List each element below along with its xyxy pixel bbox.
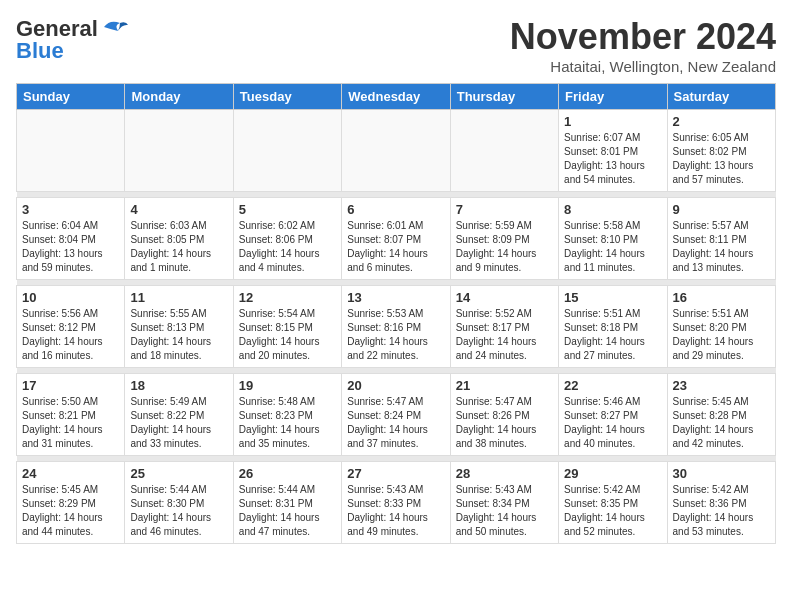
day-number: 19 [239, 378, 336, 393]
table-row: 13Sunrise: 5:53 AM Sunset: 8:16 PM Dayli… [342, 286, 450, 368]
day-number: 14 [456, 290, 553, 305]
table-row: 3Sunrise: 6:04 AM Sunset: 8:04 PM Daylig… [17, 198, 125, 280]
day-info: Sunrise: 5:45 AM Sunset: 8:28 PM Dayligh… [673, 395, 770, 451]
day-info: Sunrise: 6:04 AM Sunset: 8:04 PM Dayligh… [22, 219, 119, 275]
table-row: 21Sunrise: 5:47 AM Sunset: 8:26 PM Dayli… [450, 374, 558, 456]
calendar-week-row: 17Sunrise: 5:50 AM Sunset: 8:21 PM Dayli… [17, 374, 776, 456]
day-number: 18 [130, 378, 227, 393]
table-row: 22Sunrise: 5:46 AM Sunset: 8:27 PM Dayli… [559, 374, 667, 456]
table-row: 27Sunrise: 5:43 AM Sunset: 8:33 PM Dayli… [342, 462, 450, 544]
day-number: 4 [130, 202, 227, 217]
day-number: 28 [456, 466, 553, 481]
table-row [125, 110, 233, 192]
day-info: Sunrise: 5:44 AM Sunset: 8:31 PM Dayligh… [239, 483, 336, 539]
table-row: 16Sunrise: 5:51 AM Sunset: 8:20 PM Dayli… [667, 286, 775, 368]
table-row: 20Sunrise: 5:47 AM Sunset: 8:24 PM Dayli… [342, 374, 450, 456]
table-row: 5Sunrise: 6:02 AM Sunset: 8:06 PM Daylig… [233, 198, 341, 280]
day-number: 13 [347, 290, 444, 305]
location: Hataitai, Wellington, New Zealand [510, 58, 776, 75]
day-number: 29 [564, 466, 661, 481]
day-number: 7 [456, 202, 553, 217]
day-info: Sunrise: 5:48 AM Sunset: 8:23 PM Dayligh… [239, 395, 336, 451]
day-info: Sunrise: 5:49 AM Sunset: 8:22 PM Dayligh… [130, 395, 227, 451]
day-info: Sunrise: 5:55 AM Sunset: 8:13 PM Dayligh… [130, 307, 227, 363]
table-row: 12Sunrise: 5:54 AM Sunset: 8:15 PM Dayli… [233, 286, 341, 368]
header-wednesday: Wednesday [342, 84, 450, 110]
day-info: Sunrise: 5:42 AM Sunset: 8:36 PM Dayligh… [673, 483, 770, 539]
day-number: 22 [564, 378, 661, 393]
calendar-week-row: 3Sunrise: 6:04 AM Sunset: 8:04 PM Daylig… [17, 198, 776, 280]
month-title: November 2024 [510, 16, 776, 58]
day-number: 12 [239, 290, 336, 305]
table-row: 26Sunrise: 5:44 AM Sunset: 8:31 PM Dayli… [233, 462, 341, 544]
table-row [450, 110, 558, 192]
day-number: 15 [564, 290, 661, 305]
day-info: Sunrise: 5:47 AM Sunset: 8:26 PM Dayligh… [456, 395, 553, 451]
day-number: 9 [673, 202, 770, 217]
day-info: Sunrise: 6:07 AM Sunset: 8:01 PM Dayligh… [564, 131, 661, 187]
table-row: 30Sunrise: 5:42 AM Sunset: 8:36 PM Dayli… [667, 462, 775, 544]
header-saturday: Saturday [667, 84, 775, 110]
day-info: Sunrise: 5:53 AM Sunset: 8:16 PM Dayligh… [347, 307, 444, 363]
day-info: Sunrise: 5:43 AM Sunset: 8:33 PM Dayligh… [347, 483, 444, 539]
calendar-week-row: 10Sunrise: 5:56 AM Sunset: 8:12 PM Dayli… [17, 286, 776, 368]
table-row [17, 110, 125, 192]
header-friday: Friday [559, 84, 667, 110]
day-info: Sunrise: 5:57 AM Sunset: 8:11 PM Dayligh… [673, 219, 770, 275]
day-number: 27 [347, 466, 444, 481]
table-row: 17Sunrise: 5:50 AM Sunset: 8:21 PM Dayli… [17, 374, 125, 456]
table-row: 19Sunrise: 5:48 AM Sunset: 8:23 PM Dayli… [233, 374, 341, 456]
day-number: 23 [673, 378, 770, 393]
table-row: 4Sunrise: 6:03 AM Sunset: 8:05 PM Daylig… [125, 198, 233, 280]
table-row: 1Sunrise: 6:07 AM Sunset: 8:01 PM Daylig… [559, 110, 667, 192]
table-row: 9Sunrise: 5:57 AM Sunset: 8:11 PM Daylig… [667, 198, 775, 280]
day-info: Sunrise: 5:56 AM Sunset: 8:12 PM Dayligh… [22, 307, 119, 363]
day-info: Sunrise: 5:50 AM Sunset: 8:21 PM Dayligh… [22, 395, 119, 451]
page-wrapper: General Blue November 2024 Hataitai, Wel… [16, 16, 776, 544]
day-number: 2 [673, 114, 770, 129]
day-number: 17 [22, 378, 119, 393]
day-number: 16 [673, 290, 770, 305]
day-info: Sunrise: 6:02 AM Sunset: 8:06 PM Dayligh… [239, 219, 336, 275]
day-info: Sunrise: 5:45 AM Sunset: 8:29 PM Dayligh… [22, 483, 119, 539]
day-number: 30 [673, 466, 770, 481]
calendar-table: Sunday Monday Tuesday Wednesday Thursday… [16, 83, 776, 544]
logo-bird-icon [100, 17, 128, 37]
day-number: 10 [22, 290, 119, 305]
table-row: 10Sunrise: 5:56 AM Sunset: 8:12 PM Dayli… [17, 286, 125, 368]
day-number: 3 [22, 202, 119, 217]
header-monday: Monday [125, 84, 233, 110]
day-info: Sunrise: 5:59 AM Sunset: 8:09 PM Dayligh… [456, 219, 553, 275]
table-row: 7Sunrise: 5:59 AM Sunset: 8:09 PM Daylig… [450, 198, 558, 280]
table-row: 15Sunrise: 5:51 AM Sunset: 8:18 PM Dayli… [559, 286, 667, 368]
calendar-week-row: 24Sunrise: 5:45 AM Sunset: 8:29 PM Dayli… [17, 462, 776, 544]
day-info: Sunrise: 5:52 AM Sunset: 8:17 PM Dayligh… [456, 307, 553, 363]
header-tuesday: Tuesday [233, 84, 341, 110]
header-sunday: Sunday [17, 84, 125, 110]
day-info: Sunrise: 5:58 AM Sunset: 8:10 PM Dayligh… [564, 219, 661, 275]
table-row [342, 110, 450, 192]
day-info: Sunrise: 5:43 AM Sunset: 8:34 PM Dayligh… [456, 483, 553, 539]
table-row: 23Sunrise: 5:45 AM Sunset: 8:28 PM Dayli… [667, 374, 775, 456]
day-number: 8 [564, 202, 661, 217]
table-row: 28Sunrise: 5:43 AM Sunset: 8:34 PM Dayli… [450, 462, 558, 544]
day-info: Sunrise: 5:51 AM Sunset: 8:18 PM Dayligh… [564, 307, 661, 363]
day-number: 21 [456, 378, 553, 393]
logo-blue: Blue [16, 38, 64, 64]
day-info: Sunrise: 5:51 AM Sunset: 8:20 PM Dayligh… [673, 307, 770, 363]
table-row: 8Sunrise: 5:58 AM Sunset: 8:10 PM Daylig… [559, 198, 667, 280]
day-number: 1 [564, 114, 661, 129]
day-number: 24 [22, 466, 119, 481]
day-number: 20 [347, 378, 444, 393]
day-info: Sunrise: 5:54 AM Sunset: 8:15 PM Dayligh… [239, 307, 336, 363]
title-area: November 2024 Hataitai, Wellington, New … [510, 16, 776, 75]
logo: General Blue [16, 16, 128, 64]
table-row: 24Sunrise: 5:45 AM Sunset: 8:29 PM Dayli… [17, 462, 125, 544]
table-row: 14Sunrise: 5:52 AM Sunset: 8:17 PM Dayli… [450, 286, 558, 368]
day-number: 26 [239, 466, 336, 481]
day-number: 5 [239, 202, 336, 217]
table-row: 29Sunrise: 5:42 AM Sunset: 8:35 PM Dayli… [559, 462, 667, 544]
day-info: Sunrise: 5:46 AM Sunset: 8:27 PM Dayligh… [564, 395, 661, 451]
day-number: 25 [130, 466, 227, 481]
header: General Blue November 2024 Hataitai, Wel… [16, 16, 776, 75]
